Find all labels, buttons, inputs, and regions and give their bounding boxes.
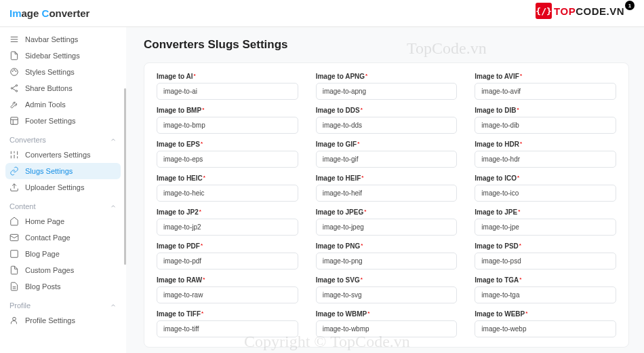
field-label: Image to DDS*	[316, 107, 458, 114]
slug-input[interactable]	[157, 253, 298, 270]
sidebar-section-profile[interactable]: Profile	[0, 295, 126, 312]
sidebar-item-label: Contact Page	[25, 234, 71, 242]
svg-line-10	[13, 86, 16, 88]
field-label: Image to JPEG*	[316, 208, 458, 216]
sidebar-item-blog-posts[interactable]: Blog Posts	[0, 278, 126, 295]
field-label: Image to WBMP*	[316, 310, 458, 318]
slug-input[interactable]	[157, 151, 298, 168]
field-group: Image to WBMP*	[316, 310, 458, 337]
field-label: Image to ICO*	[475, 174, 616, 182]
field-group: Image to HEIC*	[157, 174, 298, 202]
slug-input[interactable]	[157, 83, 298, 100]
slug-input[interactable]	[157, 219, 298, 236]
svg-point-4	[12, 71, 13, 71]
sidebar-item-blog-page[interactable]: Blog Page	[0, 246, 126, 262]
settings-card: Image to AI*Image to APNG*Image to AVIF*…	[144, 62, 629, 348]
sidebar-item-navbar-settings[interactable]: Navbar Settings	[0, 31, 126, 48]
slug-input[interactable]	[475, 185, 616, 202]
sidebar-item-label: Admin Tools	[25, 100, 66, 109]
field-group: Image to JP2*	[157, 208, 298, 236]
slug-input[interactable]	[316, 185, 458, 202]
field-label: Image to DIB*	[475, 107, 616, 114]
svg-point-5	[14, 70, 14, 71]
slug-input[interactable]	[157, 185, 298, 202]
chevron-up-icon	[110, 203, 117, 210]
page-title: Converters Slugs Settings	[144, 38, 629, 52]
slug-input[interactable]	[157, 320, 298, 337]
mail-icon	[9, 233, 19, 242]
sidebar-item-profile-settings[interactable]: Profile Settings	[0, 312, 126, 329]
svg-point-26	[13, 317, 16, 320]
field-label: Image to APNG*	[316, 73, 458, 80]
field-group: Image to HDR*	[475, 141, 616, 168]
slug-input[interactable]	[475, 117, 616, 134]
field-label: Image to PSD*	[475, 242, 616, 250]
slug-input[interactable]	[475, 151, 616, 168]
slug-input[interactable]	[475, 83, 616, 100]
slug-input[interactable]	[316, 253, 458, 270]
sidebar-item-label: Slugs Settings	[25, 167, 73, 175]
main-content: Converters Slugs Settings Image to AI*Im…	[126, 27, 644, 353]
slug-input[interactable]	[316, 117, 458, 134]
slug-input[interactable]	[157, 117, 298, 134]
sidebar-item-custom-pages[interactable]: Custom Pages	[0, 262, 126, 278]
slug-input[interactable]	[316, 286, 458, 303]
sidebar-item-label: Sidebar Settings	[25, 52, 80, 60]
sliders-icon	[9, 150, 19, 160]
sidebar-item-footer-settings[interactable]: Footer Settings	[0, 113, 126, 129]
sidebar-item-uploader-settings[interactable]: Uploader Settings	[0, 179, 126, 196]
slug-input[interactable]	[475, 320, 616, 337]
slug-input[interactable]	[316, 151, 458, 168]
svg-rect-23	[11, 250, 18, 258]
sidebar-item-admin-tools[interactable]: Admin Tools	[0, 96, 126, 113]
sidebar-item-contact-page[interactable]: Contact Page	[0, 229, 126, 246]
sidebar-item-label: Footer Settings	[25, 117, 76, 125]
sidebar-item-slugs-settings[interactable]: Slugs Settings	[5, 163, 121, 179]
sidebar-item-converters-settings[interactable]: Converters Settings	[0, 147, 126, 163]
field-group: Image to DIB*	[475, 107, 616, 134]
field-label: Image to JP2*	[157, 208, 298, 216]
field-label: Image to RAW*	[157, 276, 298, 284]
box-icon	[9, 249, 19, 259]
sidebar-item-label: Blog Posts	[25, 282, 61, 291]
sidebar-section-converters[interactable]: Converters	[0, 129, 126, 147]
user-icon	[9, 316, 19, 325]
layout-icon	[9, 116, 19, 126]
field-label: Image to PDF*	[157, 242, 298, 250]
slug-input[interactable]	[316, 219, 458, 236]
field-group: Image to JPE*	[475, 208, 616, 236]
slug-input[interactable]	[475, 219, 616, 236]
slug-input[interactable]	[475, 286, 616, 303]
sidebar-item-sidebar-settings[interactable]: Sidebar Settings	[0, 48, 126, 64]
field-group: Image to EPS*	[157, 141, 298, 168]
field-label: Image to SVG*	[316, 276, 458, 284]
share-icon	[9, 83, 19, 93]
field-label: Image to BMP*	[157, 107, 298, 114]
slug-input[interactable]	[316, 83, 458, 100]
svg-point-6	[16, 71, 16, 71]
svg-rect-22	[10, 234, 18, 240]
field-group: Image to APNG*	[316, 73, 458, 100]
field-label: Image to HEIC*	[157, 174, 298, 182]
slug-input[interactable]	[157, 286, 298, 303]
field-group: Image to TIFF*	[157, 310, 298, 337]
slug-input[interactable]	[475, 253, 616, 270]
sidebar-item-label: Uploader Settings	[25, 183, 84, 191]
field-group: Image to AI*	[157, 73, 298, 100]
sidebar-item-label: Converters Settings	[25, 151, 91, 159]
sidebar-item-share-buttons[interactable]: Share Buttons	[0, 80, 126, 96]
field-group: Image to ICO*	[475, 174, 616, 202]
sidebar-section-content[interactable]: Content	[0, 196, 126, 213]
slug-input[interactable]	[316, 320, 458, 337]
field-group: Image to JPEG*	[316, 208, 458, 236]
upload-icon	[9, 183, 19, 192]
sidebar-item-home-page[interactable]: Home Page	[0, 213, 126, 229]
sidebar-item-styles-settings[interactable]: Styles Settings	[0, 64, 126, 80]
field-label: Image to GIF*	[316, 141, 458, 148]
menu-icon	[9, 35, 19, 44]
field-group: Image to SVG*	[316, 276, 458, 303]
field-label: Image to WEBP*	[475, 310, 616, 318]
brand-logo: Image Converter	[9, 7, 89, 19]
topcode-watermark-logo: {/} TOPCODE.VN 1	[536, 3, 635, 19]
svg-line-11	[13, 89, 16, 91]
